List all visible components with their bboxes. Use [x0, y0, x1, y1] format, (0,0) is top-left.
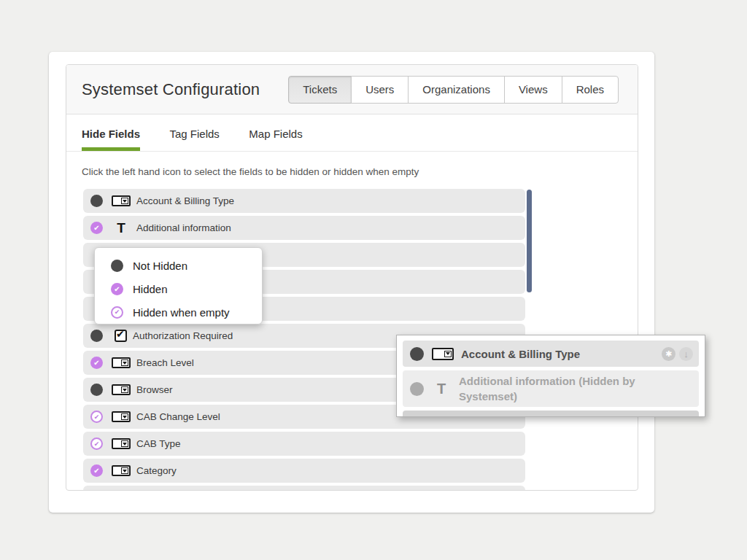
field-label: Additional information — [136, 222, 231, 233]
move-down-icon[interactable] — [679, 347, 693, 361]
tab-views[interactable]: Views — [504, 76, 562, 104]
field-row-clipped[interactable] — [83, 486, 525, 491]
dropdown-field-icon — [112, 438, 131, 449]
field-row[interactable]: Category — [83, 459, 525, 483]
status-hidden-when-empty-icon[interactable] — [90, 411, 103, 423]
dropdown-field-icon — [112, 465, 131, 476]
status-hidden-icon[interactable] — [90, 464, 103, 477]
drag-row-actions — [662, 347, 693, 361]
tab-roles[interactable]: Roles — [562, 76, 619, 104]
field-label: Breach Level — [136, 357, 194, 368]
status-hidden-when-empty-icon — [111, 306, 123, 319]
dropdown-field-icon — [112, 357, 131, 368]
drag-row-additional-information: Additional information (Hidden by System… — [403, 370, 699, 407]
field-label: CAB Change Level — [136, 411, 220, 422]
drag-row-account-billing-type[interactable]: Account & Billing Type — [403, 341, 699, 367]
text-field-icon — [112, 220, 131, 236]
field-row[interactable]: Additional information — [83, 216, 525, 240]
tab-users[interactable]: Users — [351, 76, 409, 104]
subtab-hide-fields[interactable]: Hide Fields — [82, 128, 140, 151]
drag-row-label: Account & Billing Type — [461, 348, 580, 360]
field-label: Account & Billing Type — [136, 195, 234, 206]
status-hidden-when-empty-icon[interactable] — [90, 438, 103, 450]
dropdown-field-icon — [112, 384, 131, 395]
status-not-hidden-icon[interactable] — [90, 330, 103, 342]
dropdown-field-icon — [112, 195, 131, 206]
status-hidden-icon[interactable] — [90, 357, 103, 369]
field-label: CAB Type — [136, 438, 181, 449]
drag-preview-panel[interactable]: Account & Billing Type Additional inform… — [396, 335, 705, 417]
subtab-tag-fields[interactable]: Tag Fields — [169, 128, 219, 147]
popup-item-not-hidden[interactable]: Not Hidden — [111, 254, 262, 277]
status-not-hidden-icon — [410, 347, 424, 361]
required-icon — [662, 347, 676, 361]
popup-item-hidden[interactable]: Hidden — [111, 277, 262, 300]
status-disabled-icon — [410, 382, 424, 396]
config-header: Systemset Configuration Tickets Users Or… — [66, 65, 638, 114]
status-not-hidden-icon[interactable] — [90, 384, 103, 396]
field-row[interactable]: CAB Type — [83, 432, 525, 456]
status-not-hidden-icon — [111, 260, 123, 272]
checkbox-field-icon — [115, 330, 127, 342]
popup-item-label: Not Hidden — [133, 260, 187, 272]
popup-item-label: Hidden when empty — [133, 306, 230, 319]
field-label: Authorization Required — [133, 330, 233, 341]
tab-organizations[interactable]: Organizations — [408, 76, 505, 104]
dropdown-field-icon — [112, 411, 131, 422]
field-label: Browser — [136, 384, 173, 395]
instruction-text: Click the left hand icon to select the f… — [82, 166, 638, 177]
page-background: Systemset Configuration Tickets Users Or… — [0, 0, 747, 560]
subtab-map-fields[interactable]: Map Fields — [249, 128, 302, 147]
field-label: Category — [136, 465, 177, 476]
status-not-hidden-icon[interactable] — [90, 195, 103, 207]
dropdown-field-icon — [432, 348, 454, 360]
drag-row-label: Additional information (Hidden by System… — [459, 373, 641, 404]
status-popup: Not Hidden Hidden Hidden when empty — [94, 247, 263, 324]
text-field-icon — [432, 381, 451, 397]
list-scrollbar[interactable] — [527, 190, 532, 292]
status-hidden-icon — [111, 283, 123, 295]
drag-row-clipped — [403, 411, 699, 417]
field-row[interactable]: Account & Billing Type — [83, 189, 525, 213]
popup-item-hidden-when-empty[interactable]: Hidden when empty — [111, 300, 262, 324]
page-title: Systemset Configuration — [82, 80, 260, 99]
status-hidden-icon[interactable] — [90, 222, 103, 234]
main-tab-group: Tickets Users Organizations Views Roles — [288, 76, 619, 104]
tab-tickets[interactable]: Tickets — [288, 76, 352, 104]
popup-item-label: Hidden — [133, 283, 168, 295]
subtab-bar: Hide Fields Tag Fields Map Fields — [66, 114, 638, 152]
